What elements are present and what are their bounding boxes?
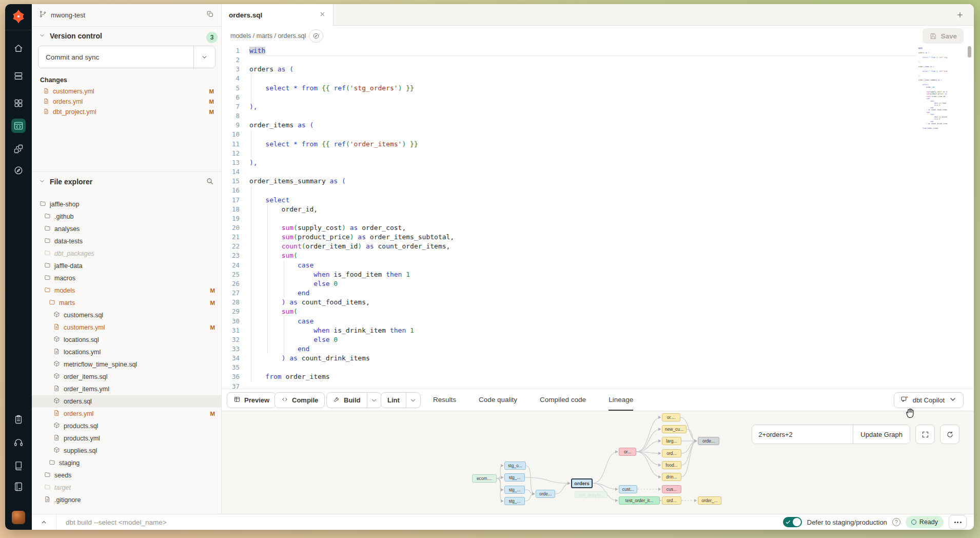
new-tab-button[interactable] [953, 8, 967, 22]
lineage-node-ecom[interactable]: ecom.... [472, 474, 497, 483]
nav-notebook-icon[interactable] [11, 479, 26, 494]
lineage-node-y_larg[interactable]: larg... [662, 437, 681, 445]
tree-item-models[interactable]: modelsM [32, 284, 221, 297]
compile-button[interactable]: Compile [275, 392, 325, 408]
lineage-node-y_ord2[interactable]: ord... [662, 496, 681, 505]
nav-tasks-icon[interactable] [11, 412, 26, 427]
lineage-selector-input[interactable] [752, 425, 853, 444]
tree-item-customers.sql[interactable]: customers.sql [32, 309, 221, 321]
lineage-node-y_or[interactable]: or.... [662, 413, 680, 421]
close-icon[interactable] [319, 11, 326, 19]
search-icon[interactable] [206, 177, 214, 185]
dbt-copilot-button[interactable]: dbt Copilot [894, 392, 964, 408]
tree-item-orders.sql[interactable]: orders.sql [32, 395, 221, 408]
changed-file-dbt_project.yml[interactable]: dbt_project.ymlM [32, 107, 221, 117]
lint-button[interactable]: Lint [381, 392, 421, 408]
tree-item-customers.yml[interactable]: customers.ymlM [32, 321, 221, 334]
lineage-node-y_order_[interactable]: order_... [698, 496, 721, 505]
tree-item-analyses[interactable]: analyses [32, 223, 221, 235]
save-button[interactable]: Save [923, 28, 964, 44]
nav-explore-icon[interactable] [11, 163, 26, 178]
tree-item-target[interactable]: target [32, 482, 221, 494]
tree-item-staging[interactable]: staging [32, 457, 221, 469]
chevron-down-icon[interactable] [406, 393, 420, 408]
tree-item-order_items.sql[interactable]: order_items.sql [32, 371, 221, 383]
tree-item-products.sql[interactable]: products.sql [32, 420, 221, 432]
tab-compiled-code[interactable]: Compiled code [540, 389, 586, 411]
tree-item-seeds[interactable]: seeds [32, 469, 221, 482]
copy-icon[interactable] [206, 10, 214, 20]
tree-item-dbt_packages[interactable]: dbt_packages [32, 247, 221, 260]
tree-item-jaffle-shop[interactable]: jaffle-shop [32, 198, 221, 210]
tree-item-supplies.sql[interactable]: supplies.sql [32, 445, 221, 457]
command-input[interactable]: dbt build --select <model_name> [56, 518, 783, 526]
tree-item-marts[interactable]: martsM [32, 297, 221, 309]
minimap[interactable]: with orders as ( select * from {{ ref('s… [918, 47, 947, 140]
chevron-up-icon[interactable] [32, 514, 56, 530]
lineage-node-orde1[interactable]: orde... [536, 490, 555, 498]
help-icon[interactable]: ? [892, 518, 900, 526]
lineage-node-test_supply[interactable]: test_supply... [575, 491, 607, 498]
nav-compare-icon[interactable] [11, 142, 26, 156]
update-graph-button[interactable]: Update Graph [853, 425, 910, 444]
tree-item-order_items.yml[interactable]: order_items.yml [32, 383, 221, 395]
nav-dashboard-icon[interactable] [11, 96, 26, 110]
tree-item-orders.yml[interactable]: orders.ymlM [32, 408, 221, 420]
tree-item-.github[interactable]: .github [32, 210, 221, 223]
nav-ide-icon[interactable] [11, 119, 26, 133]
commit-and-sync-button[interactable]: Commit and sync [38, 46, 215, 68]
lineage-node-stg_o[interactable]: stg_o... [504, 462, 526, 470]
lineage-node-g_orde[interactable]: orde... [698, 437, 719, 445]
changed-file-customers.yml[interactable]: customers.ymlM [32, 86, 221, 97]
tab-orders-sql[interactable]: orders.sql [222, 4, 334, 26]
lineage-node-test_order_it[interactable]: test_order_it... [619, 496, 660, 505]
user-avatar[interactable] [12, 511, 25, 524]
tree-item-label: .gitignore [54, 496, 215, 504]
lineage-node-y_new_cu[interactable]: new_cu... [662, 425, 687, 433]
view-lineage-icon[interactable] [309, 29, 323, 43]
indent-guide [251, 130, 251, 158]
version-control-header[interactable]: Version control [39, 32, 102, 40]
lineage-node-y_ord[interactable]: ord... [662, 449, 681, 457]
lineage-panel[interactable]: ecom....stg_o...stg_...stg_...stg_...ord… [222, 411, 974, 514]
file-explorer-toggle[interactable]: File explorer [39, 178, 92, 186]
tree-item-data-tests[interactable]: data-tests [32, 235, 221, 247]
lineage-node-stg2[interactable]: stg_... [504, 473, 525, 482]
dbt-logo-icon[interactable] [11, 9, 26, 24]
tree-item-metricflow_time_spine.sql[interactable]: metricflow_time_spine.sql [32, 358, 221, 371]
tab-code-quality[interactable]: Code quality [479, 389, 517, 411]
more-options-button[interactable] [949, 515, 967, 529]
tree-item-jaffle-data[interactable]: jaffle-data [32, 260, 221, 272]
changed-file-orders.yml[interactable]: orders.ymlM [32, 97, 221, 107]
nav-environments-icon[interactable] [11, 69, 26, 83]
tree-item-macros[interactable]: macros [32, 272, 221, 284]
lineage-node-p_cus[interactable]: cus... [662, 485, 681, 493]
lineage-node-cust[interactable]: cust... [619, 485, 637, 493]
nav-support-icon[interactable] [11, 435, 26, 450]
chevron-down-icon[interactable] [367, 393, 381, 408]
refresh-button[interactable] [940, 425, 959, 444]
tree-item-products.yml[interactable]: products.yml [32, 432, 221, 445]
lineage-node-y_drin[interactable]: drin... [662, 473, 681, 481]
modified-badge: M [209, 99, 214, 105]
editor-tabbar: orders.sql [222, 4, 974, 26]
code-editor[interactable]: 1234567891011121314151617181920212223242… [222, 46, 974, 389]
fullscreen-button[interactable] [915, 425, 935, 444]
lineage-node-or_pink[interactable]: or... [619, 448, 636, 456]
tree-item-.gitignore[interactable]: .gitignore [32, 494, 221, 506]
tab-results[interactable]: Results [433, 389, 456, 411]
commit-options-chevron[interactable] [193, 46, 215, 68]
lineage-node-stg3[interactable]: stg_... [504, 486, 525, 494]
build-button[interactable]: Build [326, 392, 382, 408]
tree-item-locations.sql[interactable]: locations.sql [32, 334, 221, 346]
lineage-node-stg4[interactable]: stg_... [504, 497, 525, 505]
preview-button[interactable]: Preview [227, 392, 276, 408]
tree-item-locations.yml[interactable]: locations.yml [32, 346, 221, 358]
tab-lineage[interactable]: Lineage [609, 389, 633, 411]
vertical-scrollbar[interactable] [968, 46, 971, 57]
nav-home-icon[interactable] [11, 41, 26, 55]
lineage-node-y_food[interactable]: food... [662, 461, 681, 469]
nav-docs-icon[interactable] [11, 458, 26, 473]
defer-toggle[interactable] [783, 517, 802, 527]
lineage-node-orders[interactable]: orders [571, 478, 593, 488]
